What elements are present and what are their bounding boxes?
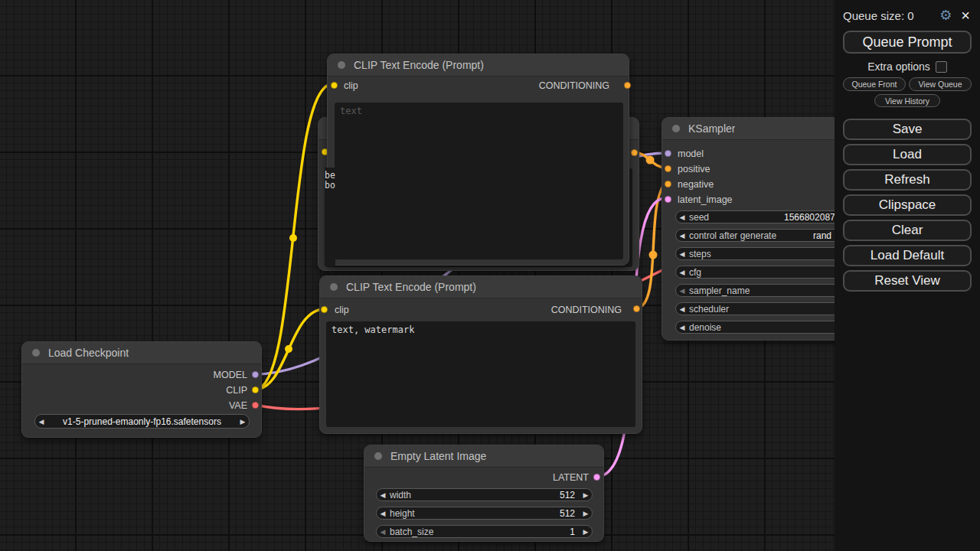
input-slot-model[interactable] (665, 150, 671, 157)
decrement-arrow-icon[interactable]: ◀ (676, 305, 688, 313)
node-title: Load Checkpoint (48, 347, 129, 359)
output-slot-clip[interactable] (252, 386, 259, 393)
decrement-arrow-icon[interactable]: ◀ (676, 250, 688, 258)
decrement-arrow-icon[interactable]: ◀ (676, 232, 688, 240)
load-default-button[interactable]: Load Default (843, 245, 972, 266)
save-button[interactable]: Save (843, 119, 972, 140)
link-dot (289, 234, 297, 242)
output-slot-conditioning[interactable] (624, 82, 631, 89)
increment-arrow-icon[interactable]: ▶ (580, 510, 592, 517)
node-empty-latent-image[interactable]: Empty Latent Image LATENT ◀ width 512 ▶ … (364, 445, 604, 542)
widget-control-after-generate[interactable]: ◀ control after generate rand (675, 229, 852, 242)
node-ksampler[interactable]: KSampler model positive negative latent_… (662, 117, 859, 341)
collapse-dot-icon[interactable] (672, 125, 680, 132)
queue-panel: Queue size: 0 ⚙ × Queue Prompt Extra opt… (835, 0, 980, 551)
queue-front-button[interactable]: Queue Front (843, 77, 906, 91)
refresh-button[interactable]: Refresh (843, 169, 972, 191)
view-queue-button[interactable]: View Queue (909, 77, 972, 91)
prev-arrow-icon[interactable]: ◀ (35, 418, 47, 425)
input-label: latent_image (678, 194, 733, 205)
output-label: CLIP (226, 385, 247, 396)
widget-value: 512 (560, 490, 575, 500)
node-titlebar[interactable]: CLIP Text Encode (Prompt) (328, 54, 629, 77)
extra-options-label: Extra options (867, 60, 930, 73)
output-slot-vae[interactable] (252, 402, 259, 409)
settings-gear-icon[interactable]: ⚙ (939, 8, 952, 22)
clear-button[interactable]: Clear (843, 220, 972, 241)
widget-value: rand (813, 230, 831, 241)
widget-label: denoise (689, 322, 721, 333)
widget-batch-size[interactable]: ◀ batch_size 1 ▶ (376, 525, 593, 538)
node-titlebar[interactable]: KSampler (662, 118, 858, 140)
node-clip-text-encode-negative[interactable]: CLIP Text Encode (Prompt) clip CONDITION… (319, 276, 642, 434)
widget-steps[interactable]: ◀ steps (675, 247, 852, 260)
node-title: Empty Latent Image (390, 450, 486, 462)
widget-scheduler[interactable]: ◀ scheduler (675, 302, 852, 315)
reset-view-button[interactable]: Reset View (843, 270, 972, 292)
output-label: MODEL (214, 370, 247, 380)
increment-arrow-icon[interactable]: ▶ (580, 528, 592, 536)
widget-value: 512 (560, 508, 575, 519)
node-clip-text-encode-top[interactable]: CLIP Text Encode (Prompt) clip CONDITION… (327, 54, 629, 266)
collapse-dot-icon[interactable] (330, 283, 338, 291)
decrement-arrow-icon[interactable]: ◀ (377, 491, 389, 499)
widget-label: width (390, 490, 411, 500)
prompt-textarea[interactable]: text, watermark (326, 321, 635, 427)
collapse-dot-icon[interactable] (32, 349, 40, 357)
node-titlebar[interactable]: CLIP Text Encode (Prompt) (320, 276, 642, 298)
node-titlebar[interactable]: Empty Latent Image (364, 445, 603, 468)
input-label: negative (678, 179, 714, 190)
input-slot-clip[interactable] (331, 82, 338, 89)
clipspace-button[interactable]: Clipspace (843, 194, 972, 216)
queue-size-label: Queue size: 0 (843, 9, 939, 22)
decrement-arrow-icon[interactable]: ◀ (377, 528, 389, 536)
widget-value: v1-5-pruned-emaonly-fp16.safetensors (63, 416, 221, 427)
widget-label: cfg (689, 267, 701, 278)
node-title: KSampler (688, 122, 735, 135)
output-slot-model[interactable] (252, 371, 259, 378)
close-icon[interactable]: × (961, 8, 970, 23)
link-dot (285, 345, 292, 353)
extra-options-checkbox[interactable] (936, 61, 947, 73)
next-arrow-icon[interactable]: ▶ (237, 418, 249, 425)
decrement-arrow-icon[interactable]: ◀ (676, 287, 688, 295)
link-dot (649, 251, 658, 259)
decrement-arrow-icon[interactable]: ◀ (377, 510, 389, 517)
widget-height[interactable]: ◀ height 512 ▶ (376, 507, 593, 520)
input-slot-clip[interactable] (321, 306, 328, 313)
node-titlebar[interactable]: Load Checkpoint (22, 342, 261, 364)
node-load-checkpoint[interactable]: Load Checkpoint MODEL CLIP VAE ◀ v1-5-pr… (21, 341, 262, 438)
widget-seed[interactable]: ◀ seed 1566802087 (675, 210, 852, 223)
prompt-textarea[interactable]: text (335, 103, 623, 259)
output-slot-conditioning[interactable] (631, 149, 638, 156)
widget-value: 1 (570, 527, 575, 537)
view-history-button[interactable]: View History (874, 94, 940, 107)
load-button[interactable]: Load (843, 144, 972, 165)
widget-sampler-name[interactable]: ◀ sampler_name (675, 284, 852, 297)
widget-cfg[interactable]: ◀ cfg (675, 266, 852, 279)
input-slot-positive[interactable] (665, 165, 671, 172)
widget-denoise[interactable]: ◀ denoise (675, 321, 852, 334)
increment-arrow-icon[interactable]: ▶ (580, 491, 592, 499)
textarea-placeholder: text (340, 106, 362, 116)
widget-ckpt-name[interactable]: ◀ v1-5-pruned-emaonly-fp16.safetensors ▶ (34, 414, 250, 429)
input-label: clip (344, 80, 358, 91)
comfyui-canvas[interactable]: CLIP Text Encode (Prompt) clip CONDITION… (0, 0, 980, 551)
decrement-arrow-icon[interactable]: ◀ (676, 324, 688, 331)
input-slot-latent-image[interactable] (665, 196, 671, 203)
collapse-dot-icon[interactable] (374, 452, 382, 460)
output-slot-latent[interactable] (593, 474, 600, 481)
output-label: LATENT (553, 472, 589, 483)
widget-label: steps (689, 249, 711, 259)
node-title: CLIP Text Encode (Prompt) (346, 281, 476, 293)
input-label: positive (678, 164, 710, 174)
queue-prompt-button[interactable]: Queue Prompt (843, 31, 972, 54)
input-slot-negative[interactable] (665, 181, 671, 187)
output-slot-conditioning[interactable] (633, 305, 640, 312)
widget-label: height (390, 508, 415, 519)
output-label: CONDITIONING (551, 305, 622, 315)
decrement-arrow-icon[interactable]: ◀ (676, 269, 688, 276)
decrement-arrow-icon[interactable]: ◀ (676, 214, 688, 221)
widget-width[interactable]: ◀ width 512 ▶ (376, 488, 593, 501)
collapse-dot-icon[interactable] (338, 61, 345, 69)
